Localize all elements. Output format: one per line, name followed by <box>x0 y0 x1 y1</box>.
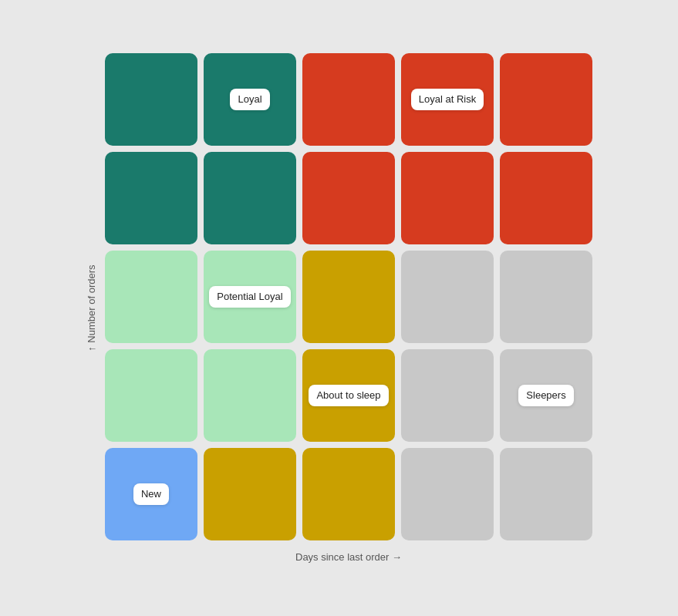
y-axis-arrow: ↑ <box>86 346 97 352</box>
grid-cell-r4-c4[interactable] <box>401 349 494 442</box>
grid-cell-r5-c1[interactable]: New <box>105 448 197 540</box>
cell-label-r4-c5: Sleepers <box>518 385 573 407</box>
grid-cell-r1-c4[interactable]: Loyal at Risk <box>401 53 494 146</box>
cell-label-r5-c1: New <box>133 483 169 506</box>
grid-cell-r2-c1[interactable] <box>105 152 197 244</box>
grid-cell-r4-c1[interactable] <box>105 349 197 442</box>
grid-cell-r1-c1[interactable] <box>105 53 197 146</box>
rfm-chart: ↑ Number of orders LoyalLoyal at RiskPot… <box>86 53 592 563</box>
cell-label-r3-c2: Potential Loyal <box>209 286 290 308</box>
grid-cell-r1-c2[interactable]: Loyal <box>204 53 296 146</box>
y-axis-label: ↑ Number of orders <box>86 265 97 352</box>
chart-area: LoyalLoyal at RiskPotential LoyalAbout t… <box>105 53 592 563</box>
grid-cell-r4-c3[interactable]: About to sleep <box>302 349 395 442</box>
cell-label-r1-c2: Loyal <box>230 89 269 111</box>
grid-cell-r2-c4[interactable] <box>401 152 494 244</box>
grid-cell-r5-c3[interactable] <box>302 448 395 540</box>
x-axis-label: Days since last order → <box>295 551 402 563</box>
grid-cell-r3-c2[interactable]: Potential Loyal <box>204 251 296 343</box>
grid-cell-r4-c2[interactable] <box>204 349 296 442</box>
grid-cell-r1-c5[interactable] <box>500 53 592 146</box>
grid-cell-r5-c5[interactable] <box>500 448 592 540</box>
grid-cell-r5-c2[interactable] <box>204 448 296 540</box>
grid-cell-r2-c3[interactable] <box>302 152 395 244</box>
grid-cell-r3-c1[interactable] <box>105 251 197 343</box>
grid-cell-r1-c3[interactable] <box>302 53 395 146</box>
cell-label-r1-c4: Loyal at Risk <box>411 89 484 111</box>
grid-cell-r3-c3[interactable] <box>302 251 395 343</box>
grid-cell-r3-c4[interactable] <box>401 251 494 343</box>
grid-cell-r4-c5[interactable]: Sleepers <box>500 349 592 442</box>
y-axis-text: Number of orders <box>86 265 97 343</box>
cell-label-r4-c3: About to sleep <box>309 385 388 407</box>
grid-cell-r2-c2[interactable] <box>204 152 296 244</box>
grid-cell-r5-c4[interactable] <box>401 448 494 540</box>
grid: LoyalLoyal at RiskPotential LoyalAbout t… <box>105 53 592 540</box>
grid-cell-r2-c5[interactable] <box>500 152 592 244</box>
grid-cell-r3-c5[interactable] <box>500 251 592 343</box>
